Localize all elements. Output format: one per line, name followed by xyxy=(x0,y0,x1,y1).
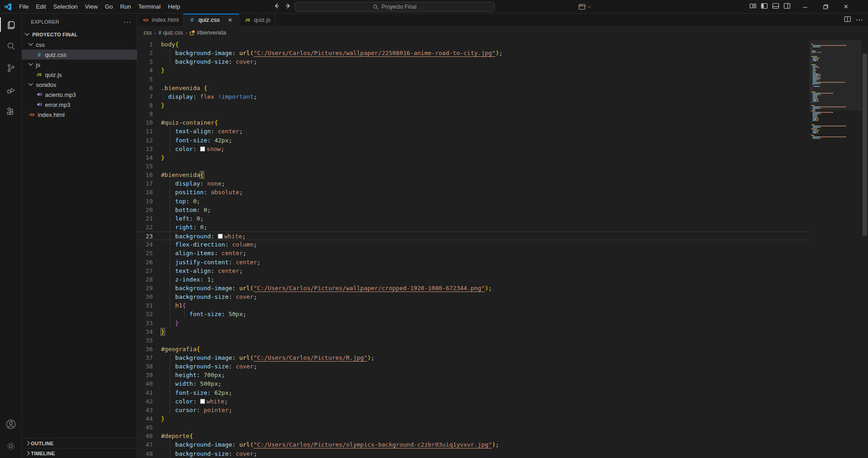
sidebar-item-error-mp3[interactable]: error.mp3 xyxy=(22,100,137,110)
nav-back-icon[interactable] xyxy=(273,2,280,11)
code-line-47[interactable]: 47 background-image: url("C:/Users/Carlo… xyxy=(137,440,809,449)
color-swatch[interactable] xyxy=(200,146,205,151)
code-line-46[interactable]: 46#deporte{ xyxy=(137,432,809,440)
code-line-13[interactable]: 13 color: snow; xyxy=(137,145,809,153)
code-line-42[interactable]: 42 color: white; xyxy=(137,397,809,406)
toggle-secondary-sidebar-icon[interactable] xyxy=(783,2,791,11)
code-line-31[interactable]: 31 h1{ xyxy=(137,301,809,310)
code-line-43[interactable]: 43 cursor: pointer; xyxy=(137,406,809,414)
customize-layout-icon[interactable] xyxy=(749,2,757,11)
code-line-48[interactable]: 48 background-size: cover; xyxy=(137,449,809,458)
code-line-1[interactable]: 1body{ xyxy=(137,40,809,49)
tab-quiz-css[interactable]: #quiz.css× xyxy=(184,14,239,26)
code-line-7[interactable]: 7 display: flex !important; xyxy=(137,92,809,101)
timeline-section-header[interactable]: TIMELINE xyxy=(22,448,137,458)
code-line-40[interactable]: 40 width: 500px; xyxy=(137,379,809,388)
browser-preview-button[interactable] xyxy=(578,0,592,14)
code-line-12[interactable]: 12 font-size: 42px; xyxy=(137,136,809,145)
restore-button[interactable] xyxy=(815,0,836,14)
menu-item-file[interactable]: File xyxy=(15,2,32,12)
code-line-27[interactable]: 27 text-align: center; xyxy=(137,267,809,275)
code-line-5[interactable]: 5 xyxy=(137,75,809,84)
code-line-18[interactable]: 18 position: absolute; xyxy=(137,188,809,196)
menu-item-edit[interactable]: Edit xyxy=(32,2,50,12)
toggle-panel-icon[interactable] xyxy=(772,2,779,11)
menu-item-run[interactable]: Run xyxy=(116,2,135,12)
explorer-actions-button[interactable]: ··· xyxy=(124,18,131,25)
code-line-30[interactable]: 30 background-size: cover; xyxy=(137,292,809,301)
code-line-24[interactable]: 24 flex-direction: column; xyxy=(137,240,809,249)
code-line-22[interactable]: 22 right: 0; xyxy=(137,223,809,232)
sidebar-item-acierto-mp3[interactable]: acierto.mp3 xyxy=(22,90,137,100)
code-line-4[interactable]: 4} xyxy=(137,66,809,75)
code-line-41[interactable]: 41 font-size: 62px; xyxy=(137,388,809,397)
file-link[interactable]: "C:/Users/Carlos/Pictures/wallpaper/2250… xyxy=(254,50,496,56)
code-line-9[interactable]: 9 xyxy=(137,110,809,118)
code-line-23[interactable]: 23 background: white; xyxy=(137,232,809,240)
menu-item-view[interactable]: View xyxy=(81,2,101,12)
code-line-25[interactable]: 25 align-items: center; xyxy=(137,249,809,257)
code-line-10[interactable]: 10#quiz-container{ xyxy=(137,118,809,127)
code-line-17[interactable]: 17 display: none; xyxy=(137,179,809,188)
sidebar-item-index-html[interactable]: <>index.html xyxy=(22,110,137,120)
sidebar-root-proyecto-final[interactable]: PROYECTO FINAL xyxy=(22,30,137,40)
code-line-37[interactable]: 37 background-image: url("C:/Users/Carlo… xyxy=(137,353,809,362)
color-swatch[interactable] xyxy=(200,399,205,404)
toggle-sidebar-icon[interactable] xyxy=(761,2,768,11)
code-line-29[interactable]: 29 background-image: url("C:/Users/Carlo… xyxy=(137,284,809,292)
command-center-search[interactable]: Proyecto Final xyxy=(295,2,495,12)
sidebar-item-css[interactable]: css xyxy=(22,40,137,50)
account-button[interactable] xyxy=(0,413,22,435)
activitybar-extensions-icon[interactable] xyxy=(0,101,22,123)
sidebar-item-quiz-js[interactable]: JSquiz.js xyxy=(22,70,137,80)
code-line-2[interactable]: 2 background-image: url("C:/Users/Carlos… xyxy=(137,49,809,57)
breadcrumb-item-2[interactable]: #quiz.css xyxy=(158,30,183,36)
code-line-28[interactable]: 28 z-index: 1; xyxy=(137,275,809,284)
scrollbar-thumb[interactable] xyxy=(863,54,867,236)
file-link[interactable]: "C:/Users/Carlos/Pictures/olympics-backg… xyxy=(254,441,492,448)
menu-item-selection[interactable]: Selection xyxy=(50,2,81,12)
code-line-33[interactable]: 33 } xyxy=(137,319,809,327)
menu-item-help[interactable]: Help xyxy=(164,2,184,12)
tab-close-icon[interactable]: × xyxy=(226,16,234,24)
settings-gear-icon[interactable] xyxy=(0,435,22,457)
activitybar-run-debug-icon[interactable] xyxy=(0,79,22,101)
editor-actions-button[interactable]: ⋯ xyxy=(856,15,863,24)
code-line-21[interactable]: 21 left: 0; xyxy=(137,214,809,223)
code-line-20[interactable]: 20 bottom: 0; xyxy=(137,206,809,214)
minimize-button[interactable]: ─ xyxy=(795,0,815,14)
code-line-3[interactable]: 3 background-size: cover; xyxy=(137,57,809,66)
tab-quiz-js[interactable]: JSquiz.js xyxy=(239,14,276,26)
code-editor[interactable]: 1body{2 background-image: url("C:/Users/… xyxy=(137,40,809,458)
code-line-15[interactable]: 15 xyxy=(137,162,809,171)
menu-item-terminal[interactable]: Terminal xyxy=(135,2,164,12)
file-link[interactable]: "C:/Users/Carlos/Pictures/wallpaper/crop… xyxy=(254,285,485,292)
minimap[interactable] xyxy=(809,40,862,458)
file-link[interactable]: "C:/Users/Carlos/Pictures/R.jpg" xyxy=(254,354,367,361)
code-line-38[interactable]: 38 background-size: cover; xyxy=(137,362,809,371)
code-line-16[interactable]: 16#bienvenida{ xyxy=(137,171,809,179)
code-line-45[interactable]: 45 xyxy=(137,423,809,432)
code-line-14[interactable]: 14} xyxy=(137,153,809,162)
close-button[interactable]: × xyxy=(836,0,856,14)
code-line-32[interactable]: 32 font-size: 50px; xyxy=(137,310,809,318)
code-line-8[interactable]: 8} xyxy=(137,101,809,110)
code-line-44[interactable]: 44} xyxy=(137,414,809,423)
code-line-39[interactable]: 39 height: 700px; xyxy=(137,371,809,379)
breadcrumb-item-3[interactable]: #bienvenida xyxy=(190,30,226,36)
code-line-35[interactable]: 35 xyxy=(137,336,809,345)
code-line-26[interactable]: 26 justify-content: center; xyxy=(137,258,809,267)
code-line-34[interactable]: 34} xyxy=(137,327,809,336)
nav-forward-icon[interactable] xyxy=(285,2,292,11)
color-swatch[interactable] xyxy=(218,234,223,239)
code-line-19[interactable]: 19 top: 0; xyxy=(137,197,809,206)
breadcrumb-item-1[interactable]: css xyxy=(144,30,152,36)
code-line-11[interactable]: 11 text-align: center; xyxy=(137,127,809,136)
tab-index-html[interactable]: <>index.html xyxy=(137,14,184,26)
activitybar-explorer-icon[interactable] xyxy=(0,14,22,35)
code-line-36[interactable]: 36#geografia{ xyxy=(137,345,809,353)
activitybar-search-icon[interactable] xyxy=(0,35,22,57)
menu-item-go[interactable]: Go xyxy=(101,2,116,12)
split-editor-icon[interactable] xyxy=(844,15,851,25)
sidebar-item-quiz-css[interactable]: #quiz.css xyxy=(22,50,137,60)
